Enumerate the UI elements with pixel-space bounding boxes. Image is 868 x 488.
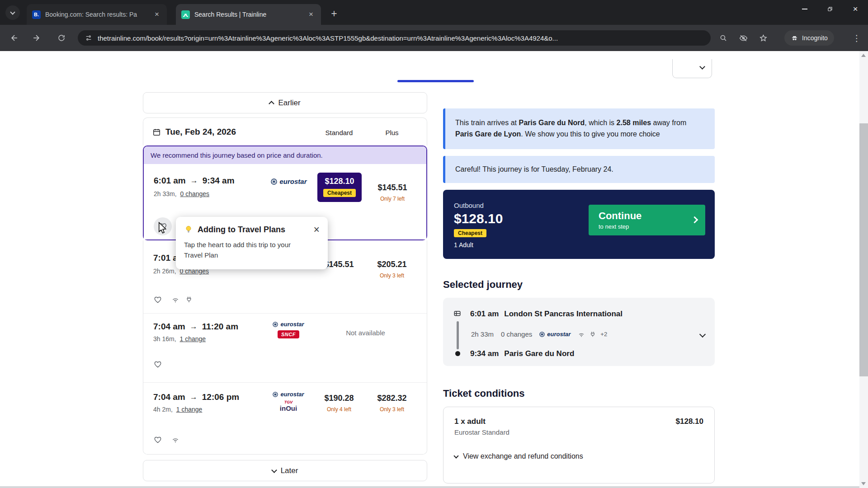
availability-note: Only 3 left (364, 406, 420, 413)
results-column: Earlier Tue, Feb 24, 2026 Standard Plus … (143, 92, 427, 481)
incognito-badge: Incognito (784, 30, 834, 46)
forward-icon (32, 33, 41, 42)
scroll-up-arrow[interactable] (861, 54, 866, 57)
restore-icon (827, 6, 833, 12)
forward-button[interactable] (27, 29, 45, 47)
tab-close-icon[interactable]: × (152, 10, 161, 19)
arrive-time: 9:34 am (470, 349, 499, 358)
close-button[interactable]: × (843, 0, 868, 18)
cheapest-badge: Cheapest (454, 229, 486, 237)
availability-note: Only 3 left (364, 272, 420, 279)
selected-journey-heading: Selected journey (443, 279, 715, 291)
passenger-count: 1 Adult (454, 241, 704, 249)
plus-fare-button[interactable]: $282.32 Only 3 left (364, 394, 420, 413)
plus-fare-button[interactable]: $145.51 Only 7 left (365, 183, 420, 202)
continue-label: Continue (599, 210, 705, 222)
changes-link[interactable]: 1 change (179, 335, 206, 343)
back-button[interactable] (5, 29, 24, 47)
tab-title: Search Results | Trainline (194, 11, 302, 18)
arrow-icon: → (190, 393, 198, 402)
train-ticket-icon (453, 310, 462, 318)
later-button[interactable]: Later (143, 460, 427, 481)
expand-journey-button[interactable] (699, 331, 706, 338)
favorite-button[interactable] (153, 295, 162, 304)
maximize-button[interactable] (817, 0, 843, 18)
refund-conditions-link[interactable]: View exchange and refund conditions (454, 452, 703, 460)
tab-booking[interactable]: B. Booking.com: Search results: Pa × (27, 4, 167, 25)
standard-fare-button[interactable]: $190.28 Only 4 left (311, 394, 367, 413)
page-scrollbar[interactable] (859, 51, 868, 488)
arrow-icon: → (190, 322, 198, 331)
url-bar[interactable]: thetrainline.com/book/results?origin=urn… (78, 30, 711, 46)
eurostar-spark-icon (271, 178, 277, 185)
chevron-down-icon (10, 9, 15, 14)
changes-link[interactable]: 1 change (176, 406, 203, 413)
bookmark-button[interactable] (754, 29, 772, 47)
journey-line (457, 321, 459, 349)
chevron-down-icon (271, 467, 277, 473)
star-icon (759, 34, 768, 42)
tooltip-body: Tap the heart to add this trip to your T… (184, 240, 320, 260)
mouse-cursor (158, 222, 168, 234)
favorite-button[interactable] (153, 360, 162, 369)
plus-price: $282.32 (364, 394, 420, 403)
fare-name: Eurostar Standard (454, 428, 703, 436)
eurostar-logo: eurostar (539, 331, 571, 338)
arrival-notice: This train arrives at Paris Gare du Nord… (443, 108, 715, 149)
standard-fare-button[interactable]: $128.10 Cheapest (317, 173, 362, 202)
preview-toggle-button[interactable] (734, 29, 752, 47)
minimize-button[interactable] (792, 0, 817, 18)
earlier-label: Earlier (278, 99, 300, 108)
eye-off-icon (739, 34, 748, 42)
heart-icon (153, 435, 162, 444)
zoom-button[interactable] (714, 29, 732, 47)
tab-search-button[interactable] (5, 5, 20, 20)
page-bottom-edge (0, 486, 859, 488)
tgv-inoui-logo: TGV inOui (280, 400, 297, 412)
eurostar-spark-icon (273, 322, 278, 327)
arrow-icon: → (190, 176, 198, 185)
tab-trainline[interactable]: Search Results | Trainline × (176, 4, 321, 25)
incognito-label: Incognito (802, 34, 828, 42)
heart-icon (153, 360, 162, 369)
eurostar-spark-icon (539, 332, 545, 337)
tab-title: Booking.com: Search results: Pa (45, 11, 148, 18)
eurostar-label: eurostar (280, 391, 304, 398)
careful-notice: Careful! This journey is for Tuesday, Fe… (443, 156, 715, 183)
power-icon (185, 296, 193, 304)
earlier-button[interactable]: Earlier (143, 92, 427, 113)
notice-text: , which is (585, 119, 616, 127)
chevron-down-icon (453, 453, 458, 458)
journey-row[interactable]: 7:04 am → 12:06 pm 4h 2m, 1 change (143, 382, 427, 454)
depart-station: London St Pancras International (504, 310, 623, 319)
new-tab-button[interactable]: + (327, 7, 341, 21)
site-settings-icon (85, 34, 92, 42)
lightbulb-icon (184, 225, 193, 235)
tooltip-title: Adding to Travel Plans (198, 225, 309, 235)
tooltip-close-button[interactable]: × (314, 225, 320, 234)
booking-favicon: B. (32, 10, 41, 19)
eurostar-spark-icon (273, 392, 278, 397)
standard-price: $190.28 (311, 394, 367, 403)
arrive-time: 9:34 am (203, 176, 235, 186)
tab-close-icon[interactable]: × (307, 10, 316, 19)
journey-list: 7:01 am 2h 26m, 0 changes $145.51 $205.2… (143, 240, 427, 455)
eurostar-label: eurostar (279, 178, 307, 185)
tab-strip: B. Booking.com: Search results: Pa × Sea… (0, 0, 868, 25)
changes-link[interactable]: 0 changes (180, 190, 209, 197)
reload-button[interactable] (52, 29, 71, 47)
eurostar-logo: eurostar (271, 178, 307, 185)
browser-menu-button[interactable]: ⋮ (849, 30, 864, 46)
depart-time: 6:01 am (470, 310, 499, 319)
journey-row[interactable]: 7:04 am → 11:20 am 3h 16m, 1 change (143, 313, 427, 382)
destination-dot (455, 351, 460, 356)
scroll-down-arrow[interactable] (861, 482, 866, 485)
column-standard: Standard (311, 129, 367, 136)
sort-dropdown-partial[interactable] (672, 59, 712, 78)
eurostar-label: eurostar (547, 331, 571, 338)
continue-button[interactable]: Continue to next step (589, 205, 705, 235)
incognito-icon (791, 34, 798, 42)
favorite-button[interactable] (153, 435, 162, 444)
plus-fare-button[interactable]: $205.21 Only 3 left (364, 260, 420, 279)
scrollbar-thumb[interactable] (859, 123, 868, 376)
